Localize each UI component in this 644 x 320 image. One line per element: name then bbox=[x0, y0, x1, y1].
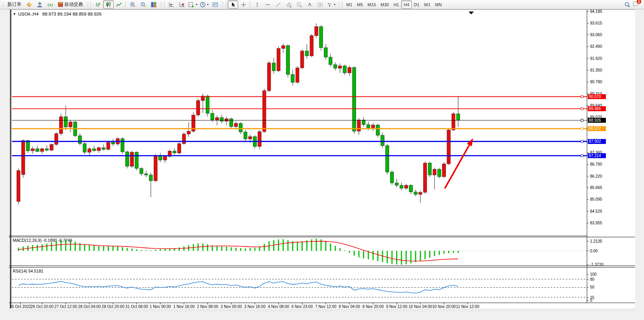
svg-text:93.615: 93.615 bbox=[590, 21, 602, 25]
chart-ohlc-values: 88.973 89.194 88.859 88.926 bbox=[42, 11, 102, 16]
indicators-button[interactable]: ▾ bbox=[187, 0, 198, 9]
svg-text:91.350: 91.350 bbox=[590, 68, 602, 72]
fibonacci-tool-button[interactable]: F bbox=[294, 0, 304, 9]
auto-trading-label: 自动交易 bbox=[64, 1, 83, 8]
svg-text:0: 0 bbox=[590, 298, 592, 303]
zoom-out-icon bbox=[140, 2, 146, 8]
svg-text:MACD(12,26,9) -0.1890 -0.7749: MACD(12,26,9) -0.1890 -0.7749 bbox=[13, 238, 72, 243]
arrows-tool-button[interactable]: ▾ bbox=[325, 0, 337, 9]
svg-text:88.522: 88.522 bbox=[589, 126, 601, 131]
notification-badge: 1 bbox=[637, 0, 641, 4]
svg-text:9 Nov 12:00: 9 Nov 12:00 bbox=[386, 304, 407, 309]
timeframe-button-M30[interactable]: M30 bbox=[378, 0, 391, 9]
chart-canvas[interactable]: 94.18593.61593.06092.49091.92091.35090.7… bbox=[0, 9, 644, 320]
fibonacci-icon: F bbox=[296, 2, 302, 8]
timeframe-button-D1[interactable]: D1 bbox=[412, 0, 422, 9]
svg-text:1 Nov 00:00: 1 Nov 00:00 bbox=[149, 304, 171, 309]
arrow-objects-icon bbox=[326, 2, 333, 8]
crosshair-tool-button[interactable] bbox=[238, 0, 249, 9]
zoom-out-button[interactable] bbox=[138, 0, 148, 9]
add-indicator-icon bbox=[188, 2, 195, 8]
chart-title: USOil-,H4 bbox=[18, 11, 39, 16]
chart-shift-icon bbox=[179, 2, 185, 8]
svg-text:-1.3733: -1.3733 bbox=[590, 262, 604, 267]
auto-scroll-icon bbox=[168, 2, 175, 8]
candlestick-chart-type-button[interactable] bbox=[103, 0, 114, 9]
svg-text:80: 80 bbox=[590, 277, 595, 282]
chart-header: ▼USOil-,H488.973 89.194 88.859 88.926 bbox=[13, 11, 102, 16]
channel-tool-button[interactable]: E bbox=[283, 0, 294, 9]
crosshair-icon bbox=[240, 2, 247, 8]
arrows-dropdown-caret: ▾ bbox=[334, 3, 335, 6]
trendline-tool-button[interactable] bbox=[273, 0, 283, 9]
svg-text:85.095: 85.095 bbox=[590, 197, 602, 201]
svg-text:89.485: 89.485 bbox=[589, 107, 601, 111]
timeframe-button-M1[interactable]: M1 bbox=[344, 0, 354, 9]
svg-text:3 Nov 00:00: 3 Nov 00:00 bbox=[221, 304, 242, 309]
window-bottom-edge bbox=[9, 309, 635, 312]
search-button[interactable] bbox=[622, 0, 632, 9]
zoom-in-button[interactable] bbox=[127, 0, 138, 9]
toolbar-grip[interactable] bbox=[338, 2, 340, 8]
svg-text:27 Oct 12:00: 27 Oct 12:00 bbox=[54, 304, 77, 309]
svg-text:94.185: 94.185 bbox=[590, 9, 602, 14]
timeframe-button-M5[interactable]: M5 bbox=[354, 0, 365, 9]
timeframe-button-H4[interactable]: H4 bbox=[401, 0, 411, 9]
template-icon bbox=[212, 2, 218, 8]
signals-button[interactable] bbox=[45, 0, 55, 9]
svg-text:2 Nov 08:00: 2 Nov 08:00 bbox=[197, 304, 218, 309]
svg-text:26 Oct 2022: 26 Oct 2022 bbox=[10, 304, 32, 309]
bar-chart-type-button[interactable] bbox=[93, 0, 103, 9]
line-chart-type-button[interactable] bbox=[114, 0, 124, 9]
toolbar-grip[interactable] bbox=[221, 2, 223, 8]
timeframe-button-H1[interactable]: H1 bbox=[391, 0, 401, 9]
tile-windows-button[interactable] bbox=[148, 0, 159, 9]
svg-text:RSI(14) 54.5181: RSI(14) 54.5181 bbox=[13, 269, 43, 273]
templates-button[interactable] bbox=[210, 0, 220, 9]
toolbar-separator bbox=[125, 1, 126, 8]
new-order-button[interactable]: 新订单 bbox=[5, 0, 24, 9]
vertical-line-tool-button[interactable] bbox=[252, 0, 262, 9]
user-icon bbox=[37, 2, 43, 8]
chart-shift-button[interactable] bbox=[177, 0, 187, 9]
profile-button[interactable] bbox=[34, 0, 45, 9]
auto-scroll-button[interactable] bbox=[166, 0, 177, 9]
line-chart-icon bbox=[116, 2, 122, 8]
auto-trading-button[interactable]: 自动交易 bbox=[55, 0, 85, 9]
toolbar-separator bbox=[91, 1, 91, 8]
text-label-icon: T bbox=[317, 2, 323, 8]
equidistant-channel-icon: E bbox=[286, 2, 292, 8]
vertical-line-icon bbox=[254, 2, 260, 8]
text-tool-button[interactable]: A bbox=[304, 0, 315, 9]
toolbar-separator bbox=[226, 1, 226, 8]
svg-text:0.00: 0.00 bbox=[590, 249, 598, 253]
ohlc-collapse-arrow[interactable]: ▼ bbox=[13, 12, 16, 16]
text-label-tool-button[interactable]: T bbox=[315, 0, 325, 9]
svg-text:10 Nov 04:00: 10 Nov 04:00 bbox=[409, 304, 432, 309]
toolbar-grip[interactable] bbox=[2, 2, 4, 8]
timeframe-button-M15[interactable]: M15 bbox=[365, 0, 378, 9]
svg-text:28 Oct 04:00: 28 Oct 04:00 bbox=[78, 304, 101, 309]
svg-text:85.665: 85.665 bbox=[590, 185, 602, 190]
svg-text:90.780: 90.780 bbox=[590, 80, 602, 84]
bar-chart-icon bbox=[95, 2, 101, 8]
text-icon: A bbox=[307, 2, 313, 8]
svg-text:84.525: 84.525 bbox=[590, 209, 602, 213]
svg-text:3 Nov 16:00: 3 Nov 16:00 bbox=[244, 304, 265, 309]
search-icon bbox=[624, 2, 630, 8]
cursor-tool-button[interactable] bbox=[228, 0, 238, 9]
clock-icon bbox=[200, 2, 206, 8]
market-watch-button[interactable] bbox=[24, 0, 34, 9]
svg-text:10 Nov 20:00: 10 Nov 20:00 bbox=[432, 304, 456, 309]
notifications-button[interactable]: 1 bbox=[632, 1, 639, 9]
timeframe-button-W1[interactable]: W1 bbox=[422, 0, 433, 9]
timeframe-button-MN[interactable]: MN bbox=[433, 0, 444, 9]
toolbar-grip[interactable] bbox=[160, 2, 162, 8]
horizontal-line-tool-button[interactable] bbox=[262, 0, 273, 9]
svg-text:90.070: 90.070 bbox=[589, 94, 601, 99]
svg-text:8 Nov 20:00: 8 Nov 20:00 bbox=[362, 304, 384, 309]
periods-button[interactable]: ▾ bbox=[198, 0, 210, 9]
svg-text:83.955: 83.955 bbox=[590, 221, 602, 225]
toolbar-grip[interactable] bbox=[86, 2, 88, 8]
svg-text:92.490: 92.490 bbox=[590, 44, 602, 49]
